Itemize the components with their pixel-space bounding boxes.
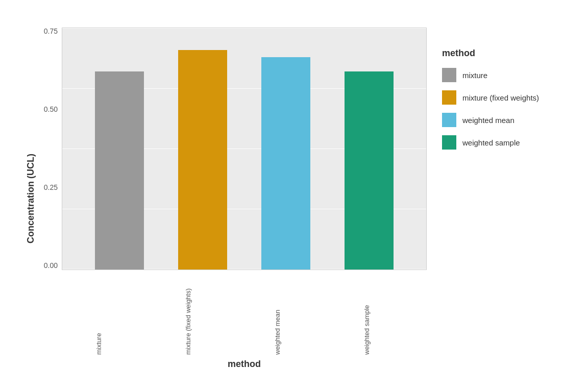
legend-item: weighted sample [442,135,520,150]
x-label-wrapper: mixture (fixed weights) [158,273,219,355]
y-tick: 0.50 [44,106,58,113]
y-axis-label: Concentration (UCL) [18,28,39,370]
legend-label: mixture [462,71,487,80]
legend: method mixturemixture (fixed weights)wei… [427,38,570,168]
plot-with-axes: 0.750.500.250.00 mixturemixture (fixed w… [39,28,427,370]
bar-wrapper [172,28,233,270]
y-tick: 0.25 [44,184,58,191]
x-axis-tick-label: mixture (fixed weights) [184,273,192,355]
bar-mixture [95,71,144,270]
y-tick: 0.00 [44,262,58,269]
x-axis-tick-label: weighted mean [274,273,281,355]
bar-wrapper [338,28,400,270]
x-axis-tick-label: mixture [95,273,103,355]
chart-area: Concentration (UCL) 0.750.500.250.00 mix… [18,28,427,370]
legend-label: weighted sample [462,138,520,147]
legend-color-box [442,113,456,127]
y-tick: 0.75 [44,28,58,35]
legend-label: weighted mean [462,116,514,125]
x-axis-labels: mixturemixture (fixed weights)weighted m… [39,273,427,355]
legend-item: mixture [442,68,487,82]
x-axis-tick-label: weighted sample [363,273,371,355]
x-label-wrapper: weighted sample [336,273,398,355]
plot-panel [62,28,427,270]
legend-label: mixture (fixed weights) [462,93,539,102]
bar-wrapper [255,28,316,270]
y-axis-ticks: 0.750.500.250.00 [39,28,62,270]
x-label-wrapper: weighted mean [247,273,308,355]
legend-item: mixture (fixed weights) [442,90,539,105]
bars-container [62,28,426,270]
chart-container: Concentration (UCL) 0.750.500.250.00 mix… [13,17,575,375]
legend-color-box [442,90,456,105]
bar-wrapper [89,28,150,270]
bar-weighted-sample [345,71,394,270]
x-axis-title: method [39,359,427,370]
legend-title: method [442,48,475,59]
x-label-wrapper: mixture [68,273,130,355]
bar-weighted-mean [261,57,310,270]
plot-top: 0.750.500.250.00 [39,28,427,270]
legend-color-box [442,135,456,150]
bar-mixture-fixed [178,50,227,270]
legend-color-box [442,68,456,82]
legend-item: weighted mean [442,113,514,127]
